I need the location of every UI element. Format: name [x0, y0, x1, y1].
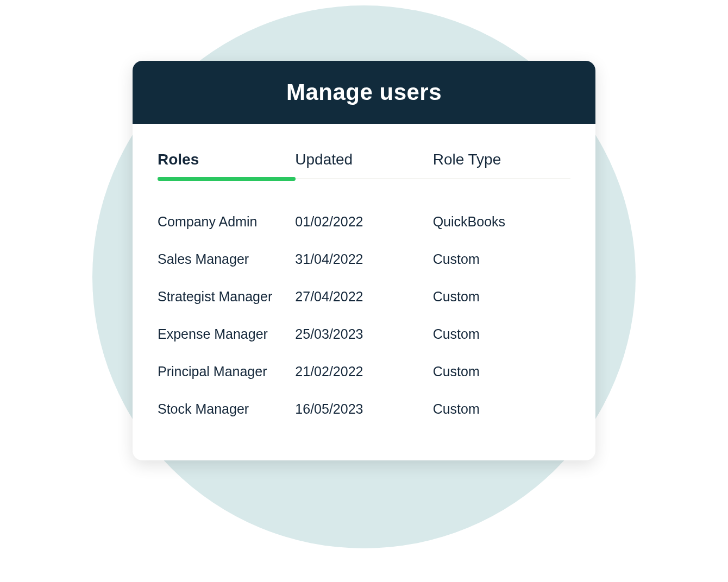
- column-updated[interactable]: Updated: [295, 151, 432, 179]
- cell-type: QuickBooks: [433, 214, 570, 230]
- cell-type: Custom: [433, 326, 570, 342]
- table-header: Roles Updated Role Type: [158, 151, 570, 179]
- cell-role: Principal Manager: [158, 364, 295, 379]
- cell-role: Expense Manager: [158, 326, 295, 342]
- table-rows: Company Admin 01/02/2022 QuickBooks Sale…: [158, 203, 570, 428]
- cell-type: Custom: [433, 251, 570, 267]
- cell-type: Custom: [433, 289, 570, 305]
- cell-updated: 27/04/2022: [295, 289, 432, 305]
- card-body: Roles Updated Role Type Company Admin 01…: [133, 124, 595, 460]
- cell-role: Company Admin: [158, 214, 295, 230]
- cell-updated: 21/02/2022: [295, 364, 432, 379]
- cell-role: Stock Manager: [158, 401, 295, 417]
- page-title: Manage users: [133, 79, 595, 105]
- card-header: Manage users: [133, 61, 595, 124]
- cell-updated: 16/05/2023: [295, 401, 432, 417]
- table-row[interactable]: Expense Manager 25/03/2023 Custom: [158, 315, 570, 353]
- cell-updated: 31/04/2022: [295, 251, 432, 267]
- table-row[interactable]: Sales Manager 31/04/2022 Custom: [158, 241, 570, 278]
- table-row[interactable]: Company Admin 01/02/2022 QuickBooks: [158, 203, 570, 241]
- column-roles[interactable]: Roles: [158, 151, 295, 179]
- cell-type: Custom: [433, 364, 570, 379]
- cell-updated: 01/02/2022: [295, 214, 432, 230]
- cell-updated: 25/03/2023: [295, 326, 432, 342]
- cell-type: Custom: [433, 401, 570, 417]
- active-tab-underline: [158, 177, 296, 181]
- manage-users-card: Manage users Roles Updated Role Type Com…: [133, 61, 595, 460]
- table-row[interactable]: Strategist Manager 27/04/2022 Custom: [158, 278, 570, 315]
- cell-role: Strategist Manager: [158, 289, 295, 305]
- table-row[interactable]: Stock Manager 16/05/2023 Custom: [158, 390, 570, 428]
- table-row[interactable]: Principal Manager 21/02/2022 Custom: [158, 353, 570, 390]
- column-role-type[interactable]: Role Type: [433, 151, 570, 179]
- cell-role: Sales Manager: [158, 251, 295, 267]
